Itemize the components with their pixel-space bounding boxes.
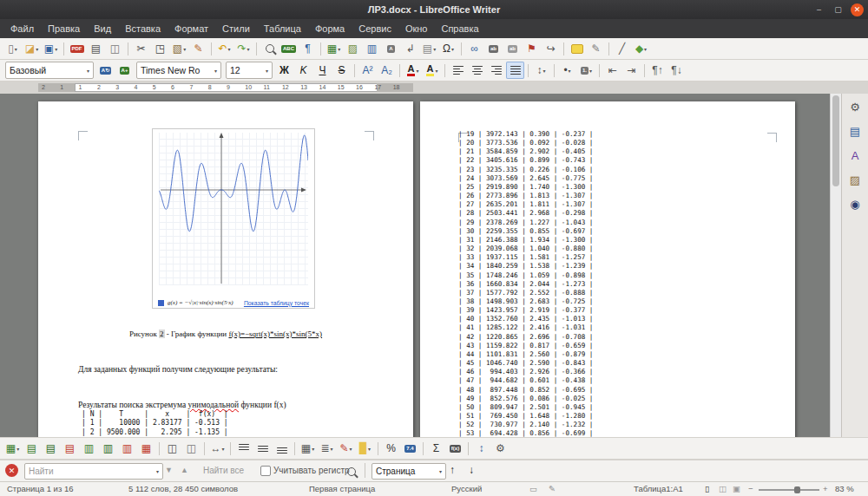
page-2[interactable]: | 19 | 3972.143 | 0.390 | -0.237 | | 20 … bbox=[420, 101, 795, 437]
center-vertically-button[interactable] bbox=[253, 440, 272, 457]
paragraph-style-select[interactable]: Базовый ▾ bbox=[5, 62, 94, 79]
insert-formula-button[interactable]: f(x) bbox=[446, 440, 464, 457]
open-dropdown-icon[interactable]: ▾ bbox=[36, 46, 38, 52]
go-to-next-page-button[interactable]: ↓ bbox=[469, 464, 474, 476]
document-modified-icon[interactable]: ✎ bbox=[549, 484, 556, 493]
superscript-button[interactable]: A² bbox=[358, 62, 377, 79]
rows-below-button[interactable]: ▤ bbox=[42, 440, 60, 457]
optimize-size-button[interactable]: ↔▾ bbox=[208, 440, 227, 457]
ordered-list-button[interactable]: 1.▾ bbox=[577, 62, 595, 79]
optimize-size-dropdown-icon[interactable]: ▾ bbox=[221, 446, 224, 452]
align-top-button[interactable] bbox=[234, 440, 253, 457]
ordered-list-dropdown-icon[interactable]: ▾ bbox=[589, 68, 592, 74]
text-language-status[interactable]: Русский bbox=[451, 484, 482, 493]
sort-button[interactable]: ↕ bbox=[472, 440, 490, 457]
menu-view[interactable]: Вид bbox=[87, 21, 118, 36]
word-count-status[interactable]: 5 112 слов, 28 450 символов bbox=[128, 484, 238, 493]
close-button[interactable]: ✕ bbox=[851, 3, 864, 16]
border-color-dropdown-icon[interactable]: ▾ bbox=[350, 446, 352, 452]
font-color-button[interactable]: A▾ bbox=[404, 62, 422, 79]
vertical-scrollbar[interactable] bbox=[830, 94, 841, 437]
close-find-bar-button[interactable]: ✕ bbox=[5, 464, 18, 477]
new-style-button[interactable]: A+ bbox=[115, 62, 134, 79]
gallery-deck-button[interactable]: ▨ bbox=[846, 171, 865, 188]
menu-table[interactable]: Таблица bbox=[257, 21, 308, 36]
menu-form[interactable]: Форма bbox=[308, 21, 352, 36]
document-canvas[interactable]: g(x) = −√|x|·sin(x)·sin(5·x) Показать та… bbox=[0, 94, 830, 437]
borders-button[interactable]: ▦▾ bbox=[299, 440, 317, 457]
search-in-dropdown-icon[interactable]: ▾ bbox=[439, 468, 442, 474]
insert-field-dropdown-icon[interactable]: ▾ bbox=[433, 46, 436, 52]
paragraph-space-decrease-button[interactable]: ¶↓ bbox=[667, 62, 686, 79]
align-center-button[interactable] bbox=[468, 62, 486, 79]
menu-insert[interactable]: Вставка bbox=[118, 21, 168, 36]
insert-line-button[interactable]: ╱ bbox=[613, 40, 631, 57]
page-number-status[interactable]: Страница 1 из 16 bbox=[7, 484, 74, 493]
insert-endnote-button[interactable]: ab bbox=[503, 40, 522, 57]
spelling-button[interactable]: ABC bbox=[279, 40, 298, 57]
selection-mode-icon[interactable]: ▭ bbox=[529, 484, 537, 493]
undo-button[interactable]: ↶▾ bbox=[215, 40, 233, 57]
properties-deck-button[interactable]: ▤ bbox=[846, 122, 865, 140]
highlighting-color-dropdown-icon[interactable]: ▾ bbox=[435, 68, 437, 74]
delete-table-button[interactable]: ▦ bbox=[137, 440, 155, 457]
navigator-deck-button[interactable]: ◉ bbox=[846, 195, 865, 212]
insert-field-button[interactable]: ▤▾ bbox=[420, 40, 438, 57]
track-changes-button[interactable]: ✎ bbox=[587, 40, 605, 57]
sidebar-settings-button[interactable]: ⚙ bbox=[846, 98, 865, 115]
font-name-dropdown-icon[interactable]: ▾ bbox=[212, 68, 217, 74]
zoom-level-status[interactable]: 83 % bbox=[835, 484, 854, 493]
redo-button[interactable]: ↷▾ bbox=[234, 40, 253, 57]
match-case-checkbox[interactable] bbox=[260, 466, 271, 476]
number-format-decimal-button[interactable]: 7.4 bbox=[401, 440, 419, 457]
print-button[interactable]: ▤ bbox=[87, 40, 105, 57]
insert-table-dropdown-icon[interactable]: ▾ bbox=[338, 46, 340, 52]
paste-button[interactable]: ▧▾ bbox=[170, 40, 188, 57]
insert-special-character-dropdown-icon[interactable]: ▾ bbox=[451, 46, 454, 52]
columns-before-button[interactable]: ▥ bbox=[80, 440, 98, 457]
find-next-button[interactable]: ▼ bbox=[165, 466, 173, 474]
sum-button[interactable]: Σ bbox=[427, 440, 445, 457]
italic-button[interactable]: K bbox=[294, 62, 312, 79]
delete-columns-button[interactable]: ▥ bbox=[118, 440, 136, 457]
insert-table-button[interactable]: ▦▾ bbox=[3, 440, 22, 457]
unordered-list-dropdown-icon[interactable]: ▾ bbox=[569, 68, 571, 74]
print-preview-button[interactable]: ◫ bbox=[106, 40, 124, 57]
function-plot-figure[interactable]: g(x) = −√|x|·sin(x)·sin(5·x) Показать та… bbox=[152, 128, 315, 309]
increase-indent-button[interactable]: ⇥ bbox=[622, 62, 641, 79]
menu-help[interactable]: Справка bbox=[434, 21, 485, 36]
save-button[interactable]: ▣▾ bbox=[42, 40, 60, 57]
align-bottom-button[interactable] bbox=[273, 440, 291, 457]
basic-shapes-dropdown-icon[interactable]: ▾ bbox=[644, 46, 647, 52]
find-previous-button[interactable]: ▲ bbox=[181, 466, 188, 474]
menu-tools[interactable]: Сервис bbox=[352, 21, 398, 36]
menu-window[interactable]: Окно bbox=[398, 21, 435, 36]
insert-footnote-button[interactable]: ab bbox=[484, 40, 503, 57]
zoom-slider-thumb[interactable] bbox=[794, 486, 800, 493]
formatting-marks-button[interactable]: ¶ bbox=[299, 40, 317, 57]
align-justify-button[interactable] bbox=[506, 62, 524, 79]
number-format-percent-button[interactable]: % bbox=[382, 440, 400, 457]
menu-styles[interactable]: Стили bbox=[215, 21, 257, 36]
columns-after-button[interactable]: ▥ bbox=[99, 440, 117, 457]
table-background-color-button[interactable]: ▉▾ bbox=[356, 440, 374, 457]
align-right-button[interactable] bbox=[487, 62, 505, 79]
line-spacing-dropdown-icon[interactable]: ▾ bbox=[542, 68, 545, 74]
new-document-dropdown-icon[interactable]: ▾ bbox=[15, 46, 17, 52]
rows-above-button[interactable]: ▤ bbox=[23, 440, 41, 457]
insert-text-box-button[interactable]: A bbox=[382, 40, 400, 57]
align-left-button[interactable] bbox=[449, 62, 467, 79]
view-single-page-button[interactable]: ▯ bbox=[705, 484, 709, 493]
show-points-table-link[interactable]: Показать таблицу точек bbox=[244, 300, 309, 306]
undo-dropdown-icon[interactable]: ▾ bbox=[228, 46, 231, 52]
zoom-slider[interactable] bbox=[759, 489, 819, 491]
match-case-label[interactable]: Учитывать регистр bbox=[273, 466, 350, 475]
scrollbar-thumb[interactable] bbox=[832, 95, 839, 186]
strikethrough-button[interactable]: S bbox=[332, 62, 351, 79]
styles-deck-button[interactable]: A bbox=[846, 147, 865, 164]
insert-chart-button[interactable]: ▥ bbox=[363, 40, 381, 57]
redo-dropdown-icon[interactable]: ▾ bbox=[247, 46, 250, 52]
view-multiple-pages-button[interactable]: ◫ bbox=[719, 484, 727, 493]
insert-table-button[interactable]: ▦▾ bbox=[325, 40, 343, 57]
update-style-button[interactable]: A↻ bbox=[96, 62, 115, 79]
